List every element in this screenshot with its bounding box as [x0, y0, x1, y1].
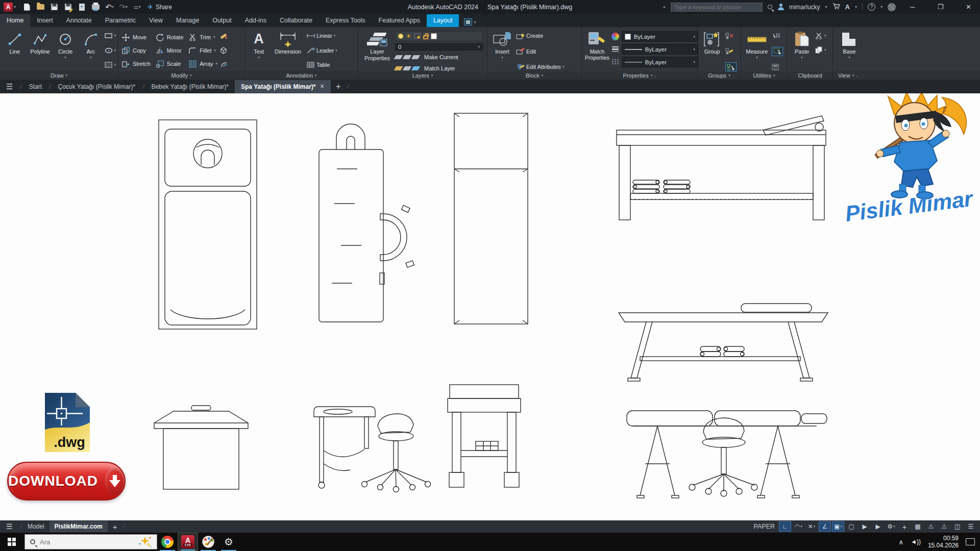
- workspace-settings-button[interactable]: ⚙▾: [885, 521, 897, 532]
- panel-label-draw[interactable]: Draw▾: [0, 71, 118, 80]
- save-button[interactable]: [50, 3, 59, 11]
- new-drawing-tab-button[interactable]: +: [331, 82, 346, 92]
- layer-dropdown[interactable]: 0 ▾: [395, 43, 483, 51]
- tab-collaborate[interactable]: Collaborate: [273, 14, 319, 27]
- move-button[interactable]: Move: [121, 31, 151, 44]
- tab-add-ins[interactable]: Add-ins: [238, 14, 273, 27]
- trim-button[interactable]: Trim▾: [188, 31, 217, 44]
- erase-button[interactable]: [219, 31, 228, 40]
- file-tab-spa-yatagi-active[interactable]: Spa Yatağı (Pislik Mimar)* ✕: [235, 80, 331, 93]
- stretch-button[interactable]: Stretch: [121, 57, 151, 70]
- model-tab[interactable]: Model: [22, 521, 50, 532]
- drawing-table-front-with-shelf[interactable]: [448, 385, 521, 487]
- hatch-tool-button[interactable]: ▾: [105, 60, 116, 69]
- insert-block-button[interactable]: Insert▾: [491, 30, 514, 60]
- layer-tool-icon[interactable]: [394, 55, 403, 59]
- new-layout-button[interactable]: +: [108, 522, 122, 531]
- help-icon[interactable]: ?: [868, 3, 875, 11]
- mirror-button[interactable]: Mirror: [156, 44, 183, 57]
- file-tab-bebek-yatagi[interactable]: Bebek Yatağı (Pislik Mimar)*: [145, 80, 235, 93]
- drawing-table-splayed-legs[interactable]: [619, 304, 828, 381]
- create-block-button[interactable]: Create: [516, 31, 576, 40]
- measure-button[interactable]: Measure▾: [744, 30, 770, 60]
- quick-select-button[interactable]: [772, 31, 783, 40]
- user-menu-chevron-icon[interactable]: ▾: [825, 5, 827, 9]
- layer-properties-button[interactable]: Layer Properties: [361, 30, 393, 61]
- rotate-button[interactable]: Rotate: [156, 31, 183, 44]
- tab-view[interactable]: View: [142, 14, 169, 27]
- line-button[interactable]: Line: [3, 30, 27, 55]
- new-file-button[interactable]: [22, 3, 31, 11]
- action-center-icon[interactable]: [966, 538, 975, 545]
- redo-button[interactable]: ↷▾: [119, 3, 128, 11]
- start-button[interactable]: [0, 533, 23, 551]
- taskbar-app-paint[interactable]: [198, 533, 218, 551]
- layer-tool-icon[interactable]: [403, 66, 412, 70]
- taskbar-app-chrome[interactable]: [157, 533, 178, 551]
- select-objects-button[interactable]: [772, 47, 783, 56]
- linetype-dropdown[interactable]: ByLayer ▾: [622, 57, 698, 67]
- tab-insert[interactable]: Insert: [30, 14, 59, 27]
- ellipse-tool-button[interactable]: ▾: [105, 46, 116, 55]
- copy-clip-button[interactable]: ▾: [815, 45, 826, 55]
- file-tab-cocuk-yatagi[interactable]: Çocuk Yatağı (Pislik Mimar)*: [52, 80, 141, 93]
- layer-lock-icon[interactable]: [423, 35, 428, 39]
- annotation-visibility-toggle[interactable]: ▶: [859, 521, 871, 532]
- plot-button[interactable]: [91, 3, 100, 11]
- download-button[interactable]: DOWNLOAD: [7, 462, 126, 500]
- help-menu-chevron-icon[interactable]: ▾: [880, 5, 883, 9]
- layer-tool-icon[interactable]: [411, 55, 421, 59]
- close-button[interactable]: ✕: [957, 0, 980, 14]
- panel-label-layers[interactable]: Layers▾: [358, 71, 487, 80]
- dwg-file-badge[interactable]: .dwg: [45, 393, 90, 452]
- polyline-button[interactable]: Polyline: [29, 30, 52, 55]
- taskbar-search-input[interactable]: [40, 538, 134, 546]
- tab-parametric[interactable]: Parametric: [99, 14, 142, 27]
- taskbar-app-settings[interactable]: ⚙: [218, 533, 239, 551]
- tab-featured-apps[interactable]: Featured Apps: [372, 14, 427, 27]
- drawing-canvas[interactable]: Pislik Mimar .dwg DOWNLOAD: [0, 93, 980, 520]
- save-as-button[interactable]: [64, 3, 72, 11]
- panel-label-properties[interactable]: Properties▾⌟: [582, 71, 697, 80]
- screencast-icon[interactable]: [888, 3, 896, 11]
- customization-button[interactable]: ☰: [965, 521, 977, 532]
- taskbar-clock[interactable]: 00:59 15.04.2026: [928, 535, 959, 549]
- arc-button[interactable]: Arc▾: [79, 30, 103, 60]
- layer-tool-icon[interactable]: [411, 66, 421, 70]
- search-icon[interactable]: [768, 5, 772, 9]
- circle-button[interactable]: Circle▾: [54, 30, 77, 60]
- tab-express-tools[interactable]: Express Tools: [319, 14, 372, 27]
- taskbar-search-field[interactable]: [24, 534, 157, 549]
- quick-properties-toggle[interactable]: +: [898, 521, 911, 532]
- drawing-spa-bed-front-view[interactable]: [454, 113, 528, 324]
- volume-icon[interactable]: ◄)): [911, 538, 921, 545]
- maximize-button[interactable]: ❐: [929, 0, 952, 14]
- clean-screen-button[interactable]: ◫: [951, 521, 964, 532]
- open-file-button[interactable]: [36, 3, 45, 11]
- ungroup-button[interactable]: [725, 31, 737, 40]
- quick-calculator-button[interactable]: [772, 62, 783, 71]
- ribbon-display-toggle[interactable]: ▾: [464, 18, 476, 26]
- signed-in-user[interactable]: mimarlucky: [789, 4, 820, 11]
- panel-label-clipboard[interactable]: Clipboard: [788, 71, 832, 80]
- layer-tool-icon[interactable]: [403, 55, 412, 59]
- pislik-mimar-mascot[interactable]: [876, 93, 966, 199]
- drawing-ottoman-front-view[interactable]: [154, 406, 248, 489]
- tab-layout[interactable]: Layout: [427, 14, 459, 27]
- group-edit-button[interactable]: [725, 47, 737, 56]
- dynamic-input-toggle[interactable]: ✕▾: [805, 521, 818, 532]
- base-view-button[interactable]: Base▾: [836, 30, 863, 60]
- lineweight-dropdown[interactable]: ByLayer ▾: [622, 44, 698, 55]
- drawing-desk-with-stool[interactable]: [314, 407, 431, 492]
- file-tab-menu-icon[interactable]: ☰: [0, 82, 19, 91]
- panel-label-modify[interactable]: Modify▾: [118, 71, 244, 80]
- drawing-spa-bed-top-view[interactable]: [159, 120, 257, 329]
- hidden-icons-chevron[interactable]: ∧: [899, 538, 904, 546]
- group-button[interactable]: Group: [701, 30, 723, 55]
- grid-display-toggle[interactable]: ∟: [779, 521, 791, 532]
- graphics-performance-button[interactable]: ⚠: [925, 521, 937, 532]
- layer-isolate-icon[interactable]: [414, 32, 421, 41]
- explode-button[interactable]: [219, 46, 228, 55]
- linear-dimension-button[interactable]: Linear▾: [306, 31, 350, 40]
- minimize-button[interactable]: ─: [901, 0, 924, 14]
